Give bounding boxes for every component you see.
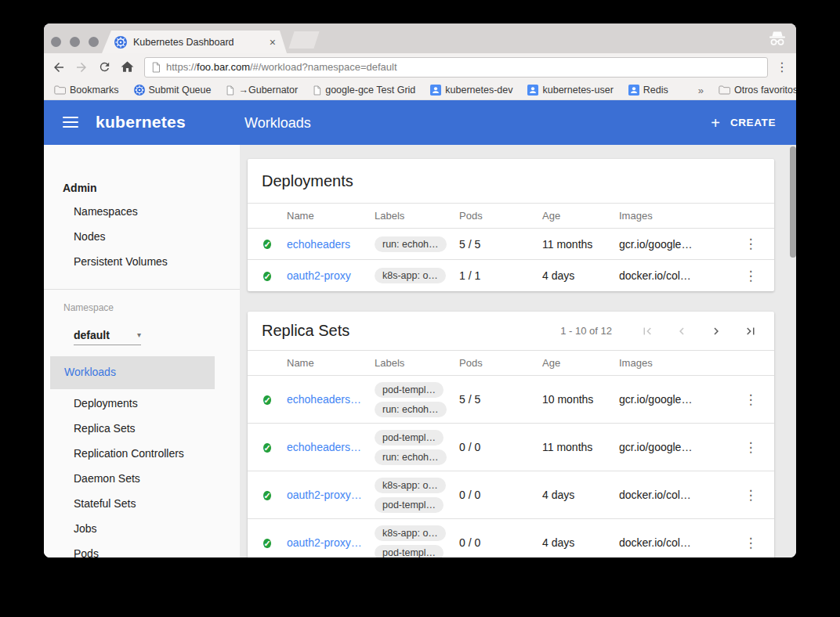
row-menu-icon[interactable]: ⋮ [744,536,758,550]
sidebar-item-workloads[interactable]: Workloads [50,356,215,389]
page-scrollbar[interactable] [790,145,796,557]
row-menu-icon[interactable]: ⋮ [744,393,758,406]
namespace-select[interactable]: default ▾ [74,325,141,345]
pods-cell: 5 / 5 [459,238,542,251]
resource-link[interactable]: echoheaders… [287,393,361,406]
last-page-icon[interactable] [744,324,758,338]
bookmark-item[interactable]: Redis [628,85,668,96]
new-tab-button[interactable] [288,31,319,49]
pagination-range: 1 - 10 of 12 [560,325,612,337]
bookmark-item[interactable]: kubernetes-user [527,85,613,96]
home-icon[interactable] [119,60,135,75]
table-row: ✓ oauth2-proxy k8s-app: o… 1 / 1 4 days … [248,260,774,291]
row-menu-icon[interactable]: ⋮ [744,441,758,454]
sidebar-item-replica-sets[interactable]: Replica Sets [74,421,136,435]
images-cell: gcr.io/google… [619,393,727,406]
bookmark-label: Submit Queue [149,85,212,96]
bookmark-label: google-gce Test Grid [325,85,415,96]
group-icon [527,85,538,96]
row-menu-icon[interactable]: ⋮ [744,237,758,251]
url-scheme: https:// [166,61,197,73]
scrollbar-thumb[interactable] [790,146,796,258]
sidebar: Admin Namespaces Nodes Persistent Volume… [44,145,240,557]
create-label: CREATE [730,117,776,128]
pagination: 1 - 10 of 12 [560,324,758,338]
status-ok-icon: ✓ [263,443,270,453]
bookmark-item[interactable]: google-gce Test Grid [313,85,415,96]
resource-link[interactable]: oauth2-proxy… [287,536,362,549]
sidebar-item-pods[interactable]: Pods [74,547,99,557]
bookmark-label: kubernetes-user [542,85,613,96]
table-row: ✓ echoheaders… pod-templ… run: echoh… 0 … [248,424,774,471]
bookmark-item[interactable]: Submit Queue [134,85,212,96]
previous-page-icon[interactable] [675,324,689,338]
create-button[interactable]: + CREATE [711,100,776,145]
address-bar[interactable]: https://foo.bar.com/#/workload?namespace… [144,57,768,78]
images-cell: docker.io/col… [619,489,727,501]
sidebar-item-stateful-sets[interactable]: Stateful Sets [74,496,136,511]
bookmark-item[interactable]: Bookmarks [54,85,119,96]
sidebar-item-deployments[interactable]: Deployments [74,396,138,410]
sidebar-item-daemon-sets[interactable]: Daemon Sets [74,471,140,485]
bookmark-label: kubernetes-dev [445,85,512,96]
sidebar-item-nodes[interactable]: Nodes [74,229,105,244]
card-title: Deployments [262,172,353,190]
url-path: /#/workload?namespace=default [250,61,397,73]
namespace-value: default [74,329,110,341]
resource-link[interactable]: oauth2-proxy [287,269,351,282]
pods-cell: 0 / 0 [459,536,542,549]
column-name: Name [287,357,375,369]
back-icon[interactable] [51,60,67,75]
status-ok-icon: ✓ [263,491,270,500]
bookmark-item[interactable]: kubernetes-dev [430,85,512,96]
bookmarks-overflow-icon[interactable]: » [698,85,704,96]
page-icon [226,85,234,96]
browser-menu-icon[interactable]: ⋮ [775,60,789,74]
first-page-icon[interactable] [640,324,654,338]
deployments-card: Deployments Name Labels Pods Age Images … [248,159,774,291]
group-icon [628,85,639,96]
column-pods: Pods [459,210,542,222]
hamburger-icon[interactable] [63,117,78,131]
column-labels: Labels [375,357,459,369]
column-name: Name [287,210,375,222]
resource-link[interactable]: echoheaders… [287,441,361,453]
age-cell: 11 months [542,441,619,453]
close-window-icon[interactable] [51,37,61,47]
sidebar-item-jobs[interactable]: Jobs [74,521,97,536]
forward-icon[interactable] [74,60,89,75]
tab-title: Kubernetes Dashboard [133,37,234,48]
deployments-card-header: Deployments [248,159,774,204]
images-cell: gcr.io/google… [619,238,727,251]
sidebar-item-persistent-volumes[interactable]: Persistent Volumes [74,254,168,269]
reload-icon[interactable] [96,60,112,75]
row-menu-icon[interactable]: ⋮ [744,489,758,502]
resource-link[interactable]: echoheaders [287,238,350,251]
label-chip: k8s-app: o… [375,525,446,541]
row-menu-icon[interactable]: ⋮ [744,269,758,283]
bookmark-item[interactable]: →Gubernator [226,85,298,96]
browser-tab[interactable]: Kubernetes Dashboard × [102,31,287,53]
sidebar-item-namespaces[interactable]: Namespaces [74,204,138,218]
browser-window: Kubernetes Dashboard × [44,23,796,557]
bookmark-folder-otros[interactable]: Otros favoritos [719,85,796,96]
sidebar-item-admin[interactable]: Admin [63,182,97,194]
sidebar-item-label: Workloads [64,366,215,378]
next-page-icon[interactable] [709,324,723,338]
traffic-lights[interactable] [51,37,99,47]
kubernetes-icon [114,36,127,49]
resource-link[interactable]: oauth2-proxy… [287,489,362,501]
table-row: ✓ oauth2-proxy… k8s-app: o… pod-templ… 0… [248,471,774,519]
status-ok-icon: ✓ [263,272,270,281]
label-chip: pod-templ… [375,430,444,446]
age-cell: 4 days [542,489,619,501]
app-logo[interactable]: kubernetes [96,113,186,132]
minimize-window-icon[interactable] [70,37,80,47]
tab-close-icon[interactable]: × [270,37,276,48]
maximize-window-icon[interactable] [89,37,99,47]
images-cell: docker.io/col… [619,536,727,549]
age-cell: 11 months [542,238,619,251]
column-age: Age [542,357,619,369]
folder-icon [719,85,730,95]
sidebar-item-replication-controllers[interactable]: Replication Controllers [74,446,184,460]
